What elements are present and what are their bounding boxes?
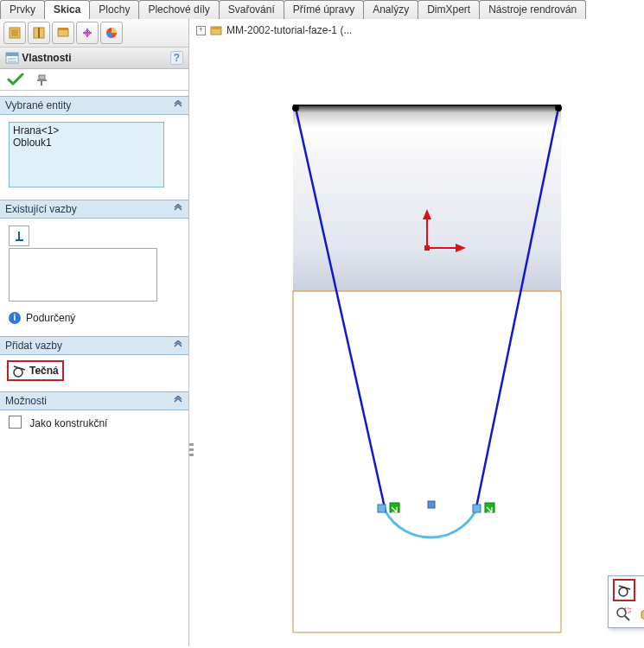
flyout-feature-tree[interactable]: + MM-2002-tutorial-faze-1 (... bbox=[196, 24, 352, 36]
collapse-icon bbox=[173, 340, 183, 352]
property-manager: Vlastnosti ? Vybrané entity Hrana<1> Obl… bbox=[0, 19, 189, 646]
tab-plechove-dily[interactable]: Plechové díly bbox=[138, 0, 219, 19]
tab-analyzy[interactable]: Analýzy bbox=[363, 0, 418, 19]
svg-rect-34 bbox=[428, 501, 435, 508]
tab-prvky[interactable]: Prvky bbox=[0, 0, 45, 19]
fm-tab-property-manager[interactable] bbox=[28, 22, 50, 44]
svg-rect-25 bbox=[293, 291, 561, 632]
tab-plochy[interactable]: Plochy bbox=[89, 0, 139, 19]
property-manager-title-bar: Vlastnosti ? bbox=[0, 48, 188, 69]
svg-rect-1 bbox=[11, 29, 18, 36]
svg-point-28 bbox=[292, 105, 299, 111]
properties-icon bbox=[5, 52, 19, 64]
section-existing-constraints[interactable]: Existující vazby bbox=[0, 200, 188, 219]
section-header-label: Možnosti bbox=[5, 395, 173, 407]
add-tangent-relation-button[interactable]: Tečná bbox=[7, 360, 64, 381]
svg-rect-11 bbox=[6, 53, 18, 56]
svg-rect-4 bbox=[58, 29, 68, 36]
pane-splitter[interactable] bbox=[188, 441, 195, 465]
construction-checkbox-row[interactable]: Jako konstrukční bbox=[9, 417, 107, 429]
construction-checkbox[interactable] bbox=[9, 416, 22, 429]
svg-rect-39 bbox=[424, 245, 430, 251]
tab-render-tools[interactable]: Nástroje rendrován bbox=[479, 0, 586, 19]
section-options[interactable]: Možnosti bbox=[0, 391, 188, 410]
collapse-icon bbox=[173, 395, 183, 407]
svg-point-29 bbox=[555, 105, 562, 111]
command-tabs: Prvky Skica Plochy Plechové díly Svařová… bbox=[0, 0, 644, 19]
svg-rect-15 bbox=[37, 79, 47, 81]
pushpin-button[interactable] bbox=[33, 73, 50, 86]
selected-entities-list[interactable]: Hrana<1> Oblouk1 bbox=[9, 122, 164, 187]
section-add-constraints[interactable]: Přidat vazby bbox=[0, 336, 188, 355]
existing-constraints-list[interactable] bbox=[9, 248, 157, 302]
fm-tab-configuration[interactable] bbox=[52, 22, 74, 44]
sketch-status-label: Podurčený bbox=[26, 312, 75, 324]
list-item[interactable]: Oblouk1 bbox=[13, 137, 160, 149]
sketch-canvas[interactable] bbox=[284, 71, 596, 641]
part-icon bbox=[209, 24, 223, 36]
info-icon: i bbox=[9, 312, 21, 324]
tree-root-label: MM-2002-tutorial-faze-1 (... bbox=[226, 24, 352, 36]
svg-rect-31 bbox=[390, 503, 399, 512]
ctx-tangent-relation-button[interactable] bbox=[613, 579, 635, 601]
feature-manager-tabs bbox=[0, 19, 188, 48]
svg-rect-14 bbox=[39, 75, 45, 79]
section-header-label: Existující vazby bbox=[5, 203, 173, 215]
tab-skica[interactable]: Skica bbox=[44, 0, 90, 19]
ctx-normal-to-button[interactable] bbox=[636, 604, 644, 625]
collapse-icon bbox=[173, 203, 183, 215]
tree-expand-icon[interactable]: + bbox=[196, 26, 206, 35]
tangent-icon bbox=[12, 364, 26, 378]
ctx-zoom-selection-button[interactable] bbox=[613, 604, 634, 625]
context-toolbar: ø bbox=[608, 575, 644, 628]
construction-label: Jako konstrukční bbox=[29, 417, 107, 429]
svg-point-40 bbox=[619, 588, 628, 596]
graphics-area[interactable]: + MM-2002-tutorial-faze-1 (... bbox=[189, 19, 644, 646]
fm-tab-feature-tree[interactable] bbox=[3, 22, 26, 44]
ok-button[interactable] bbox=[7, 73, 24, 86]
svg-rect-32 bbox=[473, 505, 481, 512]
help-button[interactable]: ? bbox=[170, 51, 183, 65]
section-header-label: Přidat vazby bbox=[5, 340, 173, 352]
svg-rect-5 bbox=[58, 28, 68, 30]
ok-cancel-row bbox=[0, 69, 188, 91]
svg-rect-23 bbox=[293, 105, 561, 291]
section-header-label: Vybrané entity bbox=[5, 99, 173, 111]
fm-tab-dimxpert[interactable] bbox=[76, 22, 99, 44]
svg-rect-33 bbox=[485, 503, 494, 512]
svg-rect-30 bbox=[378, 505, 386, 512]
list-item[interactable]: Hrana<1> bbox=[13, 124, 160, 137]
tab-dimxpert[interactable]: DimXpert bbox=[418, 0, 480, 19]
svg-rect-3 bbox=[38, 28, 40, 38]
tab-svarovani[interactable]: Svařování bbox=[219, 0, 284, 19]
svg-point-19 bbox=[14, 368, 22, 377]
collapse-icon bbox=[173, 99, 183, 111]
svg-line-43 bbox=[625, 616, 629, 620]
svg-rect-22 bbox=[211, 27, 221, 29]
svg-point-42 bbox=[617, 608, 626, 617]
property-manager-title: Vlastnosti bbox=[22, 52, 71, 64]
perpendicular-icon[interactable] bbox=[9, 226, 29, 246]
fm-tab-render[interactable] bbox=[100, 22, 123, 44]
tab-prime-upravy[interactable]: Přímé úpravy bbox=[284, 0, 364, 19]
section-selected-entities[interactable]: Vybrané entity bbox=[0, 96, 188, 115]
add-tangent-label: Tečná bbox=[29, 365, 59, 377]
